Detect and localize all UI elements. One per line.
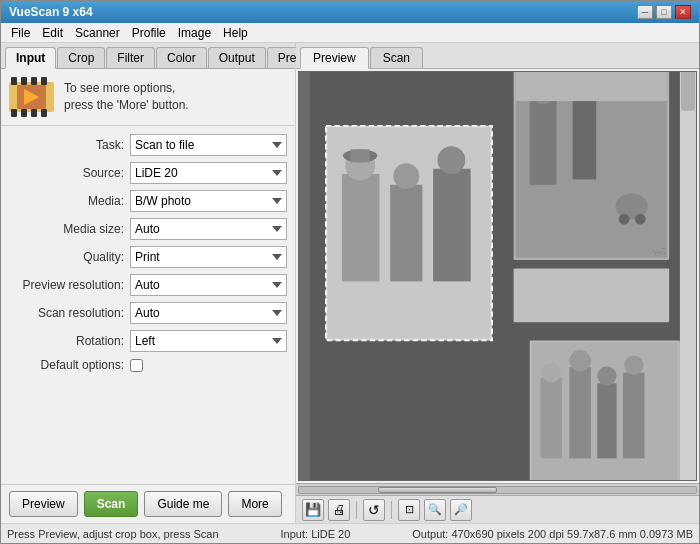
horizontal-scrollbar[interactable] (296, 483, 699, 495)
zoom-in-icon: 🔍 (428, 503, 442, 516)
svg-rect-17 (573, 88, 597, 179)
scan-button[interactable]: Scan (84, 491, 139, 517)
svg-rect-43 (623, 373, 644, 459)
svg-point-38 (541, 363, 560, 382)
svg-rect-3 (31, 77, 37, 85)
menu-bar: FileEditScannerProfileImageHelp (1, 23, 699, 43)
scan-res-select[interactable]: Auto (130, 302, 287, 324)
default-options-row: Default options: (5, 358, 291, 372)
source-select[interactable]: LiDE 20 (130, 162, 287, 184)
title-bar: VueScan 9 x64 ─ □ ✕ (1, 1, 699, 23)
menu-item-scanner[interactable]: Scanner (69, 25, 126, 41)
rotation-label: Rotation: (9, 334, 124, 348)
preview-tabs: Preview Scan (296, 43, 699, 69)
media-size-row: Media size: Auto (5, 218, 291, 240)
left-panel: Input Crop Filter Color Output Prefs (1, 43, 296, 523)
svg-rect-7 (31, 109, 37, 117)
main-window: VueScan 9 x64 ─ □ ✕ FileEditScannerProfi… (0, 0, 700, 544)
task-label: Task: (9, 138, 124, 152)
menu-item-profile[interactable]: Profile (126, 25, 172, 41)
zoom-in-icon-button[interactable]: 🔍 (424, 499, 446, 521)
task-select[interactable]: Scan to file (130, 134, 287, 156)
svg-point-40 (569, 350, 590, 371)
rotation-row: Rotation: Left (5, 330, 291, 352)
svg-rect-2 (21, 77, 27, 85)
status-left: Press Preview, adjust crop box, press Sc… (7, 528, 219, 540)
more-button[interactable]: More (228, 491, 281, 517)
svg-rect-41 (597, 383, 616, 458)
right-panel: Preview Scan (296, 43, 699, 523)
default-options-checkbox[interactable] (130, 359, 143, 372)
minimize-button[interactable]: ─ (637, 5, 653, 19)
toolbar-sep-2 (391, 501, 392, 519)
svg-rect-6 (21, 109, 27, 117)
svg-rect-23 (514, 268, 670, 322)
svg-point-42 (597, 366, 616, 385)
task-row: Task: Scan to file (5, 134, 291, 156)
tab-crop[interactable]: Crop (57, 47, 105, 68)
svg-rect-26 (342, 174, 380, 281)
svg-rect-30 (390, 185, 422, 282)
svg-rect-1 (11, 77, 17, 85)
menu-item-file[interactable]: File (5, 25, 36, 41)
form-area: Task: Scan to file Source: LiDE 20 Media… (1, 126, 295, 484)
menu-item-help[interactable]: Help (217, 25, 254, 41)
tab-filter[interactable]: Filter (106, 47, 155, 68)
preview-toolbar: 💾 🖨 ↺ ⊡ 🔍 🔎 (296, 495, 699, 523)
maximize-button[interactable]: □ (656, 5, 672, 19)
tab-color[interactable]: Color (156, 47, 207, 68)
menu-item-image[interactable]: Image (172, 25, 217, 41)
svg-rect-8 (41, 109, 47, 117)
menu-item-edit[interactable]: Edit (36, 25, 69, 41)
svg-text:v-5: v-5 (653, 246, 666, 257)
print-icon: 🖨 (333, 502, 346, 517)
media-size-select[interactable]: Auto (130, 218, 287, 240)
scrollbar-thumb[interactable] (378, 487, 497, 493)
svg-rect-32 (433, 169, 471, 282)
source-row: Source: LiDE 20 (5, 162, 291, 184)
info-text: To see more options, press the 'More' bu… (64, 80, 189, 114)
media-size-label: Media size: (9, 222, 124, 236)
tab-input[interactable]: Input (5, 47, 56, 69)
preview-tab-scan[interactable]: Scan (370, 47, 423, 68)
preview-res-row: Preview resolution: Auto (5, 274, 291, 296)
tab-output[interactable]: Output (208, 47, 266, 68)
svg-rect-5 (11, 109, 17, 117)
zoom-fit-icon-button[interactable]: ⊡ (398, 499, 420, 521)
info-line1: To see more options, (64, 81, 175, 95)
preview-res-select[interactable]: Auto (130, 274, 287, 296)
svg-rect-37 (540, 378, 561, 458)
info-box: To see more options, press the 'More' bu… (1, 69, 295, 126)
scrollbar-track[interactable] (298, 486, 697, 494)
quality-label: Quality: (9, 250, 124, 264)
svg-point-22 (635, 214, 646, 225)
status-middle: Input: LiDE 20 (281, 528, 351, 540)
zoom-out-icon-button[interactable]: 🔎 (450, 499, 472, 521)
scan-res-row: Scan resolution: Auto (5, 302, 291, 324)
rotation-select[interactable]: Left (130, 330, 287, 352)
left-tabs: Input Crop Filter Color Output Prefs (1, 43, 295, 69)
close-button[interactable]: ✕ (675, 5, 691, 19)
source-label: Source: (9, 166, 124, 180)
svg-rect-39 (569, 367, 590, 458)
media-row: Media: B/W photo (5, 190, 291, 212)
window-controls: ─ □ ✕ (637, 5, 691, 19)
svg-rect-19 (516, 72, 667, 101)
media-select[interactable]: B/W photo (130, 190, 287, 212)
rotate-left-icon-button[interactable]: ↺ (363, 499, 385, 521)
save-icon-button[interactable]: 💾 (302, 499, 324, 521)
quality-select[interactable]: Print (130, 246, 287, 268)
toolbar-sep-1 (356, 501, 357, 519)
preview-image: v-5 (299, 72, 696, 480)
svg-point-21 (619, 214, 630, 225)
preview-button[interactable]: Preview (9, 491, 78, 517)
preview-tab-preview[interactable]: Preview (300, 47, 369, 69)
default-options-label: Default options: (9, 358, 124, 372)
zoom-out-icon: 🔎 (454, 503, 468, 516)
zoom-fit-icon: ⊡ (405, 503, 414, 516)
main-content: Input Crop Filter Color Output Prefs (1, 43, 699, 523)
print-icon-button[interactable]: 🖨 (328, 499, 350, 521)
guide-me-button[interactable]: Guide me (144, 491, 222, 517)
media-label: Media: (9, 194, 124, 208)
window-title: VueScan 9 x64 (9, 5, 93, 19)
